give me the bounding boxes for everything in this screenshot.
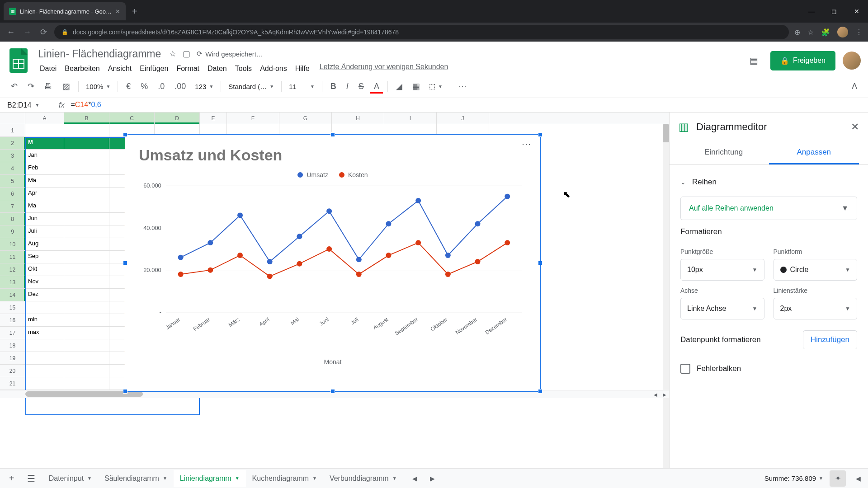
cell-B16[interactable] [64,314,109,327]
row-header-1[interactable]: 1 [0,124,25,137]
section-series[interactable]: ⌄ Reihen [680,173,857,191]
cell-A11[interactable]: Sep [25,251,64,263]
cell-B3[interactable] [64,150,109,162]
cell-B2[interactable] [64,137,109,150]
row-header-6[interactable]: 6 [0,188,25,200]
cell-A3[interactable]: Jan [25,150,64,162]
cell-B13[interactable] [64,276,109,289]
browser-menu-icon[interactable]: ⋮ [855,28,863,37]
cell-B11[interactable] [64,251,109,263]
add-sheet-button[interactable]: + [4,469,20,487]
print-button[interactable]: 🖶 [41,79,56,94]
cell-A1[interactable] [25,124,64,137]
cell-B4[interactable] [64,162,109,175]
browser-tab[interactable]: ▦ Linien- Flächendiagramme - Goo… ✕ [4,2,126,20]
reload-button[interactable]: ⟳ [38,27,49,37]
column-header-B[interactable]: B [64,113,109,124]
cell-A4[interactable]: Feb [25,162,64,175]
row-header-13[interactable]: 13 [0,276,25,289]
profile-avatar[interactable] [837,27,848,38]
cell-A10[interactable]: Aug [25,238,64,251]
row-header-16[interactable]: 16 [0,314,25,327]
cell-B10[interactable] [64,238,109,251]
menu-datei[interactable]: Datei [36,63,60,75]
account-avatar[interactable] [843,52,861,70]
move-icon[interactable]: ▢ [183,49,190,59]
document-title[interactable]: Linien- Flächendiagramme [36,47,163,61]
side-panel-toggle[interactable]: ◀ [852,475,864,482]
close-window-button[interactable]: ✕ [845,0,868,23]
close-editor-button[interactable]: ✕ [851,121,859,133]
horizontal-scrollbar[interactable] [25,391,651,397]
column-header-H[interactable]: H [332,113,384,124]
menu-bearbeiten[interactable]: Bearbeiten [61,63,103,75]
vertical-scrollbar[interactable] [663,124,669,468]
row-header-9[interactable]: 9 [0,225,25,238]
cell-B6[interactable] [64,188,109,200]
currency-button[interactable]: € [123,79,134,94]
increase-decimal-button[interactable]: .00 [171,79,189,94]
cell-A6[interactable]: Apr [25,188,64,200]
cell-A16[interactable]: min [25,314,64,327]
extensions-icon[interactable]: 🧩 [821,28,830,37]
number-format-select[interactable]: 123▼ [192,81,216,92]
row-header-3[interactable]: 3 [0,150,25,162]
row-header-21[interactable]: 21 [0,377,25,390]
explore-button[interactable]: ✦ [830,470,846,487]
cell-A2[interactable]: M [25,137,64,150]
undo-button[interactable]: ↶ [7,79,21,94]
add-datapoint-button[interactable]: Hinzufügen [803,330,857,349]
zoom-icon[interactable]: ⊕ [794,28,800,37]
bold-button[interactable]: B [327,79,340,94]
forward-button[interactable]: → [22,28,33,37]
new-tab-button[interactable]: + [127,6,142,17]
text-color-button[interactable]: A [370,79,383,94]
decrease-decimal-button[interactable]: .0 [154,79,168,94]
point-shape-select[interactable]: Circle ▼ [774,259,858,281]
row-header-10[interactable]: 10 [0,238,25,251]
font-family-select[interactable]: Standard (…▼ [226,81,277,92]
cell-A9[interactable]: Juli [25,225,64,238]
cell-A7[interactable]: Ma [25,200,64,213]
apply-all-series-select[interactable]: Auf alle Reihen anwenden ▼ [680,197,857,220]
cell-B14[interactable] [64,289,109,301]
summary-display[interactable]: Summe: 736.809▼ [764,474,823,482]
select-all-cell[interactable] [0,113,25,124]
point-size-select[interactable]: 10px▼ [680,259,764,281]
axis-select[interactable]: Linke Achse▼ [680,298,764,319]
cell-B5[interactable] [64,175,109,188]
menu-ansicht[interactable]: Ansicht [104,63,135,75]
tab-customize[interactable]: Anpassen [769,141,859,164]
redo-button[interactable]: ↷ [24,79,38,94]
menu-format[interactable]: Format [173,63,203,75]
sheet-nav-left[interactable]: ◀ [407,471,423,486]
column-header-G[interactable]: G [279,113,332,124]
sheet-tab-verbunddiagramm[interactable]: Verbunddiagramm▼ [323,470,403,487]
row-header-18[interactable]: 18 [0,339,25,352]
cell-B17[interactable] [64,327,109,339]
menu-tools[interactable]: Tools [231,63,255,75]
italic-button[interactable]: I [343,79,352,94]
formula-input[interactable]: =C14*0,6 [71,101,101,109]
chart-object[interactable]: ⋮ Umsatz und Kosten Umsatz Kosten -20.00… [125,134,541,392]
sheet-tab-säulendiagramm[interactable]: Säulendiagramm▼ [98,470,174,487]
sheet-tab-kuchendiagramm[interactable]: Kuchendiagramm▼ [246,470,323,487]
row-header-20[interactable]: 20 [0,365,25,377]
star-icon[interactable]: ☆ [169,49,176,59]
zoom-select[interactable]: 100%▼ [83,81,113,92]
last-edit-link[interactable]: Letzte Änderung vor wenigen Sekunden [320,63,448,75]
row-header-15[interactable]: 15 [0,301,25,314]
cell-B9[interactable] [64,225,109,238]
cell-A19[interactable] [25,352,64,365]
menu-hilfe[interactable]: Hilfe [292,63,313,75]
column-header-I[interactable]: I [384,113,437,124]
row-header-4[interactable]: 4 [0,162,25,175]
borders-button[interactable]: ▦ [409,79,424,94]
cell-B19[interactable] [64,352,109,365]
cell-B7[interactable] [64,200,109,213]
cell-B21[interactable] [64,377,109,390]
menu-add-ons[interactable]: Add-ons [256,63,291,75]
line-width-select[interactable]: 2px▼ [774,298,858,319]
fill-color-button[interactable]: ◢ [392,79,406,94]
cell-A21[interactable] [25,377,64,390]
